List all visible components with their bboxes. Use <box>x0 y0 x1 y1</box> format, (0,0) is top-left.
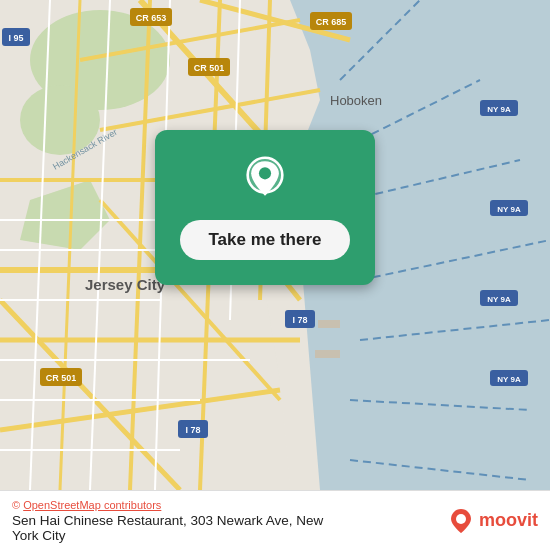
svg-text:I 95: I 95 <box>8 33 23 43</box>
svg-point-72 <box>456 514 466 524</box>
attribution: © OpenStreetMap contributors <box>12 499 439 511</box>
openstreetmap-link[interactable]: OpenStreetMap contributors <box>23 499 161 511</box>
take-me-there-card: Take me there <box>155 130 375 285</box>
svg-text:CR 501: CR 501 <box>194 63 225 73</box>
take-me-there-button[interactable]: Take me there <box>180 220 349 260</box>
svg-text:NY 9A: NY 9A <box>487 295 511 304</box>
moovit-logo: moovit <box>447 507 538 535</box>
svg-text:CR 501: CR 501 <box>46 373 77 383</box>
svg-text:Jersey City: Jersey City <box>85 276 166 293</box>
business-city: York City <box>12 528 66 543</box>
moovit-icon <box>447 507 475 535</box>
business-info: Sen Hai Chinese Restaurant, 303 Newark A… <box>12 513 439 543</box>
svg-rect-67 <box>318 320 340 328</box>
attribution-prefix: © <box>12 499 23 511</box>
svg-rect-68 <box>315 350 340 358</box>
svg-text:CR 685: CR 685 <box>316 17 347 27</box>
svg-text:NY 9A: NY 9A <box>497 375 521 384</box>
bottom-bar: © OpenStreetMap contributors Sen Hai Chi… <box>0 490 550 550</box>
svg-text:I 78: I 78 <box>292 315 307 325</box>
bottom-content: © OpenStreetMap contributors Sen Hai Chi… <box>12 499 439 543</box>
svg-point-71 <box>259 167 271 179</box>
svg-text:I 78: I 78 <box>185 425 200 435</box>
map-container: I 95 CR 653 CR 685 CR 501 CR 501 I 78 I … <box>0 0 550 490</box>
svg-text:Hoboken: Hoboken <box>330 93 382 108</box>
svg-text:NY 9A: NY 9A <box>487 105 511 114</box>
moovit-text: moovit <box>479 510 538 531</box>
svg-text:NY 9A: NY 9A <box>497 205 521 214</box>
business-name: Sen Hai Chinese Restaurant, 303 Newark A… <box>12 513 323 528</box>
svg-text:CR 653: CR 653 <box>136 13 167 23</box>
location-pin-icon <box>239 156 291 208</box>
